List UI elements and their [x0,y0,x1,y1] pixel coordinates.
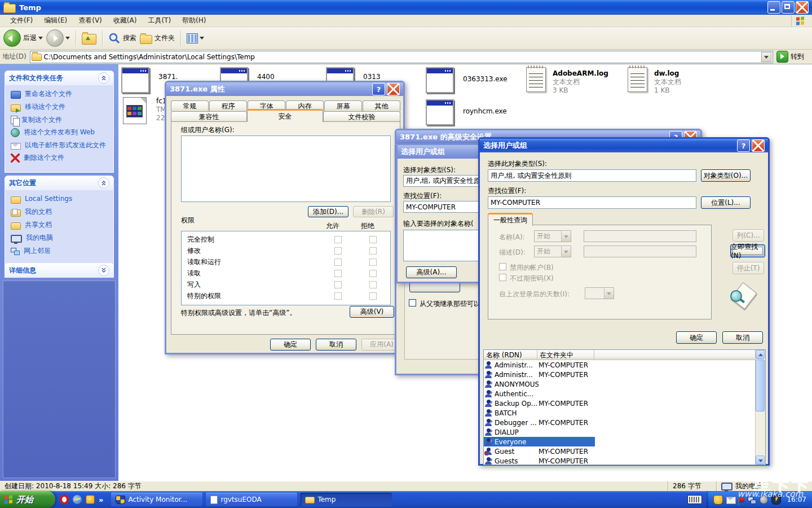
alert-shield-icon[interactable] [713,495,723,505]
deny-checkbox[interactable] [369,292,377,300]
remove-button[interactable]: 删除(R) [353,206,394,217]
minimize-button[interactable] [767,1,780,14]
stop-button[interactable]: 停止(T) [732,262,764,274]
allow-checkbox[interactable] [334,236,342,243]
details-panel-header[interactable]: 详细信息 [5,263,114,278]
tab-file-verify[interactable]: 文件校验 [323,111,400,122]
sidebar-place-item[interactable]: 共享文档 [11,221,110,230]
maximize-button[interactable] [782,1,795,14]
advanced-button[interactable]: 高级(V) [350,306,394,318]
search-button[interactable]: 搜索 [108,32,136,45]
tab-security[interactable]: 安全 [247,109,323,122]
ok-button[interactable]: 确定 [270,339,311,351]
columns-button[interactable]: 列(C)... [732,229,764,242]
allow-checkbox[interactable] [334,292,342,300]
tasks-panel-header[interactable]: 文件和文件夹任务 [5,71,114,85]
views-dropdown-icon[interactable] [200,37,204,42]
collapse-chevron-icon[interactable] [98,72,109,84]
allow-checkbox[interactable] [334,247,342,255]
task-button[interactable]: rgvtsuEODA [206,493,297,506]
expand-chevron-icon[interactable] [98,265,109,276]
flag-icon[interactable] [739,498,744,502]
menu-item[interactable]: 文件(F) [5,16,38,25]
tab-program[interactable]: 程序 [209,100,247,111]
places-panel-header[interactable]: 其它位置 [5,176,114,190]
scroll-up-icon[interactable] [756,350,765,359]
vertical-scrollbar[interactable] [755,350,765,465]
up-folder-button[interactable] [82,34,96,45]
deny-checkbox[interactable] [369,259,377,266]
cancel-button[interactable]: 取消 [316,339,356,351]
user-row[interactable]: Backup Op... MY-COMPUTER [484,398,765,408]
task-button[interactable]: Activity Monitor... [111,493,202,506]
views-button[interactable] [187,33,204,43]
tab-compatibility[interactable]: 兼容性 [171,111,247,122]
user-row[interactable]: Administr... MY-COMPUTER [484,370,765,379]
advanced-button[interactable]: 高级(A)... [406,266,457,278]
forward-button[interactable] [46,29,70,47]
deny-checkbox[interactable] [369,270,377,277]
close-button[interactable] [796,1,809,14]
user-row[interactable]: Authentic... [484,389,765,398]
file-tile[interactable]: AdobeARM.log 文本文档 3 KB [526,67,608,95]
sidebar-task-item[interactable]: 将这个文件发布到 Web [11,128,110,137]
user-row[interactable]: Debugger ... MY-COMPUTER [484,418,765,427]
user-row[interactable]: Guest MY-COMPUTER [484,446,765,456]
user-row[interactable]: Guests MY-COMPUTER [484,456,765,465]
locations-button[interactable]: 位置(L)... [701,196,751,209]
deny-checkbox[interactable] [369,247,377,255]
close-button[interactable] [387,83,400,95]
allow-checkbox[interactable] [334,281,342,288]
tab-general[interactable]: 常规 [171,100,209,111]
task-button[interactable]: Temp [301,493,392,506]
allow-checkbox[interactable] [334,270,342,277]
user-row[interactable]: BATCH [484,408,765,418]
sidebar-place-item[interactable]: 我的电脑 [11,234,110,243]
sidebar-task-item[interactable]: 重命名这个文件 [11,90,110,99]
address-input[interactable] [42,52,761,62]
name-mode-combo[interactable]: 开始 [534,230,571,242]
ok-button[interactable]: 确定 [676,331,717,344]
find-now-button[interactable]: 立即查找(N) [730,244,765,257]
user-row[interactable]: Everyone [484,437,765,446]
object-types-button[interactable]: 对象类型(O)... [701,169,751,182]
security-tool-icon[interactable] [86,495,95,504]
file-tile[interactable]: dw.log 文本文档 1 KB [628,67,681,95]
user-row[interactable]: Administr... MY-COMPUTER [484,360,765,370]
name-input[interactable] [584,230,696,242]
cancel-button[interactable]: 取消 [722,331,763,344]
disabled-accounts-checkbox[interactable] [499,263,506,270]
sidebar-place-item[interactable]: Local Settings [11,195,110,204]
mail-icon[interactable] [726,497,736,504]
collapse-chevron-icon[interactable] [98,177,109,189]
help-button[interactable]: ? [737,139,750,152]
close-button[interactable] [752,139,765,152]
group-names-listbox[interactable] [181,135,391,202]
add-button[interactable]: 添加(D)... [308,206,348,217]
deny-checkbox[interactable] [369,281,377,288]
menu-item[interactable]: 查看(V) [73,16,108,25]
column-header-folder[interactable]: 在文件夹中 [537,350,594,360]
user-row[interactable]: ANONYMOUS... [484,379,765,389]
nonexpiring-password-checkbox[interactable] [499,274,506,281]
scroll-down-icon[interactable] [756,456,765,465]
inherit-checkbox[interactable] [409,299,416,306]
tab-misc[interactable]: 其他 [363,100,400,111]
file-tile[interactable]: 0363313.exe [426,67,508,93]
menu-item[interactable]: 工具(T) [142,16,176,25]
sidebar-place-item[interactable]: 网上邻居 [11,247,110,256]
description-mode-combo[interactable]: 开始 [534,246,571,257]
forward-dropdown-icon[interactable] [65,37,70,42]
keyboard-layout-icon[interactable] [687,495,702,504]
deny-checkbox[interactable] [369,236,377,243]
sidebar-task-item[interactable]: 移动这个文件 [11,103,110,112]
allow-checkbox[interactable] [334,259,342,266]
go-button[interactable]: 转到 [776,51,810,63]
tab-common-queries[interactable]: 一般性查询 [488,213,533,226]
back-button[interactable]: 后退 [3,29,43,47]
globe-icon[interactable] [760,496,768,504]
file-tile[interactable]: roynhcm.exe [426,99,507,125]
back-dropdown-icon[interactable] [38,37,43,42]
internet-explorer-icon[interactable] [73,495,82,504]
antivirus-shield-icon[interactable] [771,495,781,505]
